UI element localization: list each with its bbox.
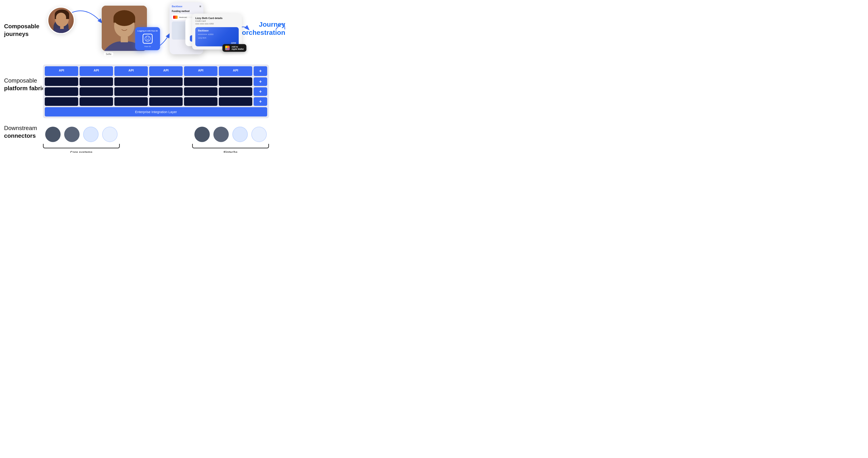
card-details-number: xxxx xxxx xxxx 4350 [195,23,239,25]
phone-method-text: Mastercard [179,17,187,18]
mastercard-icon [173,16,178,19]
data-cell-3-1 [45,97,78,106]
data-cell-1-4 [149,77,183,86]
data-cell-3-6 [219,97,252,106]
card-details-title: Lizzy Beth Card details [195,17,239,20]
fintech-circle-3 [232,127,248,142]
svg-rect-16 [228,48,229,50]
blue-card: Backbase •••••••••• 4350 Lizzy Beth 12/2… [195,27,239,46]
blue-card-holder: Lizzy Beth [198,37,236,39]
data-cell-1-5 [184,77,217,86]
svg-rect-15 [225,48,227,50]
wallet-icon [225,46,230,50]
selfie-label: Selfie [104,53,113,56]
data-plus-3[interactable]: + [254,97,267,106]
core-circle-3 [83,127,98,142]
faceid-popup: Logging in with Face ID Face ID [135,27,160,50]
blue-card-number: •••••••••• 4350 [198,33,236,35]
avatar-face [49,8,74,33]
fabric-grid: API API API API API API + + + [43,64,269,118]
core-circle-2 [64,127,80,142]
phone-brand: Backbase [172,5,182,8]
api-cell-5: API [184,66,217,76]
data-cell-1-1 [45,77,78,86]
integration-bar: Enterprise Integration Layer [45,107,267,116]
data-cell-2-3 [114,87,148,96]
core-circle-1 [45,127,61,142]
data-cell-2-4 [149,87,183,96]
svg-rect-7 [114,18,135,23]
label-composable-journeys: Composable journeys [4,23,39,38]
label-journey-orchestration: Journey orchestration [242,20,285,37]
svg-rect-8 [121,37,128,42]
data-cell-3-3 [114,97,148,106]
fintech-bracket [192,144,269,148]
fintech-circle-4 [251,127,267,142]
data-row-1: + [45,77,267,86]
data-cell-2-2 [80,87,113,96]
data-cell-2-1 [45,87,78,96]
blue-card-brand: Backbase [198,29,236,32]
api-cell-2: API [80,66,113,76]
apple-wallet-text: Add to Apple Wallet [231,46,244,50]
card-details-type: Credit Card [195,20,239,22]
api-cell-3: API [114,66,148,76]
api-cell-4: API [149,66,183,76]
data-cell-1-6 [219,77,252,86]
avatar [48,7,74,34]
data-plus-2[interactable]: + [254,87,267,96]
apple-wallet-button[interactable]: Add to Apple Wallet [222,44,246,52]
svg-rect-2 [55,15,69,19]
data-row-2: + [45,87,267,96]
data-cell-3-2 [80,97,113,106]
data-cell-3-4 [149,97,183,106]
faceid-label: Face ID [137,46,158,48]
api-cell-6: API [219,66,252,76]
data-cell-3-5 [184,97,217,106]
faceid-title: Logging in with Face ID [137,30,158,32]
core-circle-4 [102,127,118,142]
svg-rect-3 [60,26,64,29]
svg-point-9 [145,36,150,41]
label-downstream: Downstream connectors [4,124,37,140]
core-bracket [43,144,120,148]
faceid-icon [143,34,153,44]
data-cell-2-6 [219,87,252,96]
fintech-circle-1 [194,127,210,142]
data-cell-2-5 [184,87,217,96]
fintech-label: Fintechs Best of breed [222,150,239,153]
data-cell-1-3 [114,77,148,86]
svg-point-10 [147,38,147,38]
svg-point-11 [148,38,149,38]
phone-section-title: Funding method [172,10,201,12]
connectors-section: Core systems System of record Fintechs B… [43,127,269,153]
core-circles-row [45,127,118,142]
fintech-circles-row [194,127,267,142]
api-cell-1: API [45,66,78,76]
data-cell-1-2 [80,77,113,86]
data-row-3: + [45,97,267,106]
label-composable-platform: Composable platform fabric [4,77,45,92]
fintech-circle-2 [213,127,229,142]
core-label: Core systems System of record [70,150,92,153]
core-systems-group: Core systems System of record [43,127,120,153]
phone-topbar: Backbase ≡ [172,4,201,8]
blue-card-expiry: 12/24 [231,42,236,44]
phone-menu-icon: ≡ [199,4,201,8]
api-plus[interactable]: + [254,66,267,76]
api-row: API API API API API API + [45,66,267,76]
fintechs-group: Fintechs Best of breed [192,127,269,153]
main-container: Composable journeys Composable platform … [0,0,289,153]
data-plus-1[interactable]: + [254,77,267,86]
